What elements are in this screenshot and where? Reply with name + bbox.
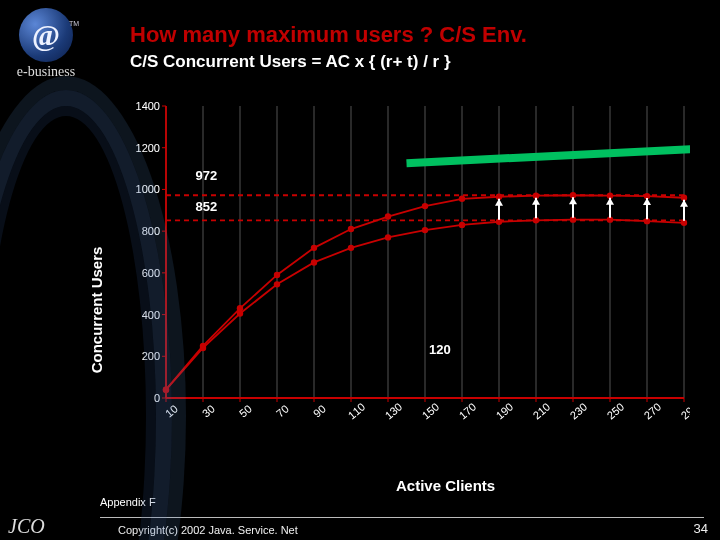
svg-point-83 (274, 281, 280, 287)
footer-divider (100, 517, 704, 518)
svg-text:1400: 1400 (136, 100, 160, 112)
svg-point-85 (348, 245, 354, 251)
svg-point-82 (237, 310, 243, 316)
decorative-sidebar (0, 0, 96, 540)
svg-text:972: 972 (196, 168, 218, 183)
svg-text:130: 130 (383, 400, 405, 421)
svg-point-69 (311, 245, 317, 251)
svg-text:30: 30 (200, 402, 217, 419)
chart-container: Concurrent Users Active Clients 10305070… (112, 100, 700, 470)
svg-text:190: 190 (494, 400, 516, 421)
slide-title: How many maximum users ? C/S Env. (130, 22, 527, 48)
y-axis-label: Concurrent Users (88, 247, 105, 374)
svg-point-70 (348, 226, 354, 232)
svg-text:250: 250 (605, 400, 627, 421)
svg-text:170: 170 (457, 400, 479, 421)
svg-text:70: 70 (274, 402, 291, 419)
svg-point-73 (459, 196, 465, 202)
svg-text:50: 50 (237, 402, 254, 419)
svg-point-88 (459, 222, 465, 228)
svg-text:1200: 1200 (136, 142, 160, 154)
formula-text: C/S Concurrent Users = AC x { (r+ t) / r… (130, 52, 451, 72)
svg-text:210: 210 (531, 400, 553, 421)
svg-text:110: 110 (346, 400, 368, 421)
svg-text:230: 230 (568, 400, 590, 421)
svg-text:290: 290 (679, 400, 690, 421)
svg-text:150: 150 (420, 400, 442, 421)
svg-point-81 (200, 345, 206, 351)
line-chart: 1030507090110130150170190210230250270290… (130, 100, 690, 432)
page-number: 34 (694, 521, 708, 536)
x-axis-label: Active Clients (396, 477, 495, 494)
svg-text:270: 270 (642, 400, 664, 421)
svg-text:120: 120 (429, 342, 451, 357)
svg-point-86 (385, 234, 391, 240)
svg-text:852: 852 (196, 199, 218, 214)
svg-point-72 (422, 203, 428, 209)
svg-text:90: 90 (311, 402, 328, 419)
svg-point-68 (274, 272, 280, 278)
svg-point-84 (311, 259, 317, 265)
svg-line-104 (407, 149, 691, 163)
svg-point-87 (422, 227, 428, 233)
svg-point-71 (385, 213, 391, 219)
